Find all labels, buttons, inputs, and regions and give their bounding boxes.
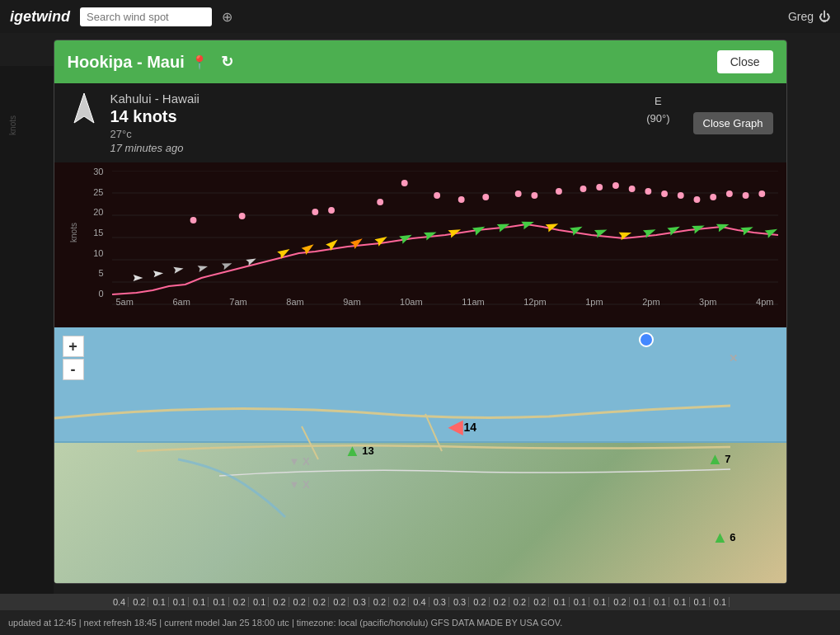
svg-marker-55	[692, 222, 706, 234]
wind-value-cell: 0.2	[331, 597, 349, 607]
wind-value-cell: 0.2	[311, 597, 329, 607]
marker-13-arrow: ▲	[345, 441, 361, 460]
svg-marker-32	[133, 275, 143, 281]
marker-13-value: 13	[362, 444, 373, 457]
x-marker-2: ▼ X	[289, 478, 310, 491]
wind-temp: 27°c	[110, 128, 637, 140]
y-label-5: 5	[63, 268, 108, 278]
svg-point-28	[725, 190, 732, 197]
wind-value-cell: 0.1	[190, 597, 209, 607]
y-label-0: 0	[63, 289, 108, 299]
search-input[interactable]	[80, 7, 212, 26]
x-label-4pm: 4pm	[756, 297, 773, 307]
modal: Hookipa - Maui 📍 ↻ Close Kahului - Hawai…	[54, 40, 787, 584]
location-pin-icon: 📍	[191, 54, 208, 70]
svg-point-12	[377, 199, 383, 205]
map-water	[54, 327, 786, 443]
svg-point-13	[434, 192, 440, 199]
svg-point-10	[312, 209, 318, 215]
x-label-9am: 9am	[343, 297, 360, 307]
refresh-icon[interactable]: ↻	[221, 53, 233, 71]
wind-value-cell: 0.1	[571, 597, 589, 607]
svg-point-27	[710, 194, 716, 200]
wind-value-cell: 0.3	[451, 597, 469, 607]
x-label-5am: 5am	[116, 297, 134, 307]
wind-value-cell: 0.1	[692, 597, 710, 607]
modal-overlay: Hookipa - Maui 📍 ↻ Close Kahului - Hawai…	[0, 33, 840, 594]
location-icon[interactable]: ⊕	[222, 9, 232, 25]
wind-details: Kahului - Hawaii 14 knots 27°c 17 minute…	[110, 92, 637, 154]
svg-marker-57	[740, 223, 754, 236]
marker-6-value: 6	[730, 531, 735, 543]
wind-marker-14: ◀ 14	[448, 416, 477, 438]
svg-marker-0	[74, 93, 94, 123]
svg-point-29	[742, 192, 748, 199]
x-label-11am: 11am	[462, 297, 485, 307]
svg-marker-48	[521, 218, 535, 229]
wind-value-cell: 0.3	[350, 597, 368, 607]
wind-value-cell: 0.4	[411, 597, 429, 607]
wind-value-cell: 0.1	[631, 597, 650, 607]
wind-value-cell: 0.1	[150, 597, 168, 607]
svg-point-8	[190, 217, 196, 223]
svg-marker-34	[173, 266, 184, 274]
wind-value-cell: 0.1	[591, 597, 609, 607]
wind-values-row: 0.40.20.10.10.10.10.20.10.20.20.20.20.30…	[0, 594, 840, 610]
svg-point-31	[401, 180, 407, 186]
svg-marker-35	[197, 263, 208, 272]
y-label-25: 25	[63, 187, 108, 197]
x-axis: 5am 6am 7am 8am 9am 10am 11am 12pm 1pm 2…	[112, 297, 778, 307]
svg-point-17	[531, 192, 537, 199]
y-axis: 30 25 20 15 10 5 0 knots	[63, 162, 108, 303]
zoom-in-button[interactable]: +	[63, 336, 84, 357]
wind-value-cell: 0.1	[251, 597, 269, 607]
svg-point-20	[596, 184, 603, 190]
svg-point-11	[328, 207, 335, 214]
svg-marker-36	[221, 261, 232, 270]
y-label-30: 30	[63, 167, 108, 176]
graph-inner: 5am 6am 7am 8am 9am 10am 11am 12pm 1pm 2…	[112, 171, 778, 307]
svg-marker-41	[350, 235, 364, 249]
marker-6-arrow: ▲	[712, 528, 729, 547]
svg-point-9	[238, 213, 245, 219]
svg-marker-44	[423, 228, 437, 241]
close-button[interactable]: Close	[717, 50, 773, 73]
marker-7-value: 7	[725, 453, 730, 465]
svg-point-26	[693, 196, 700, 203]
svg-point-23	[645, 188, 651, 195]
wind-value-cell: 0.1	[171, 597, 189, 607]
x-label-8am: 8am	[286, 297, 303, 307]
svg-marker-45	[448, 226, 462, 238]
x-marker-1: ▼ X	[289, 455, 310, 468]
zoom-out-button[interactable]: -	[63, 359, 84, 380]
wind-value-cell: 0.1	[651, 597, 669, 607]
svg-point-22	[628, 186, 635, 192]
close-graph-button[interactable]: Close Graph	[693, 112, 773, 134]
x-label-10am: 10am	[400, 297, 423, 307]
svg-point-30	[758, 190, 765, 197]
marker-7-arrow: ▲	[707, 449, 724, 468]
svg-point-15	[482, 194, 489, 200]
wind-arrow	[68, 92, 101, 125]
power-icon[interactable]: ⏻	[819, 10, 830, 23]
wind-value-cell: 0.2	[291, 597, 309, 607]
wind-marker-6: ▲ 6	[712, 528, 736, 547]
wind-marker-7: ▲ 7	[707, 449, 731, 468]
wind-marker-13: ▲ 13	[345, 441, 374, 460]
wind-location: Kahului - Hawaii	[110, 92, 637, 106]
y-label-20: 20	[63, 207, 108, 217]
marker-14-value: 14	[464, 421, 477, 434]
x-label-12pm: 12pm	[523, 297, 547, 307]
wind-value-cell: 0.2	[371, 597, 389, 607]
x-label-6am: 6am	[172, 297, 190, 307]
wind-value-cell: 0.2	[391, 597, 409, 607]
x-label-3pm: 3pm	[699, 297, 716, 307]
wind-value-cell: 0.2	[270, 597, 289, 607]
svg-marker-33	[153, 270, 162, 277]
svg-marker-58	[764, 225, 777, 238]
wind-value-cell: 0.2	[231, 597, 249, 607]
modal-title: Hookipa - Maui 📍 ↻	[68, 53, 233, 72]
wind-value-cell: 0.2	[511, 597, 529, 607]
logo: igetwind	[10, 8, 70, 26]
wind-time: 17 minutes ago	[110, 142, 637, 154]
